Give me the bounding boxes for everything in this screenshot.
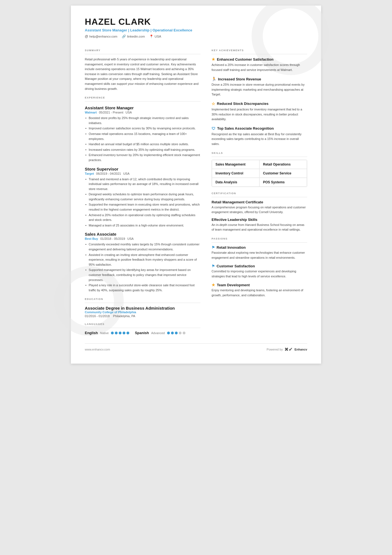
skills-label: SKILLS bbox=[212, 152, 307, 154]
achievement-title-3: ☆ Reduced Stock Discrepancies bbox=[212, 102, 307, 106]
bullet-2-3: Supported the management team in executi… bbox=[85, 202, 200, 212]
full-name: HAZEL CLARK bbox=[85, 17, 307, 27]
passions-label: PASSIONS bbox=[212, 237, 307, 240]
passion-title-3: ★ Team Development bbox=[212, 283, 307, 287]
cert-label: CERTIFICATION bbox=[212, 192, 307, 195]
skill-5: Data Analysis bbox=[212, 178, 259, 187]
language-english: English Native bbox=[85, 331, 129, 335]
company-1: Walmart bbox=[85, 111, 97, 114]
linkedin-icon: 🔗 bbox=[122, 34, 126, 38]
dot-s5 bbox=[183, 332, 185, 334]
bullet-2-2: Designed weekly schedules to optimize te… bbox=[85, 192, 200, 202]
star-outline-icon-3: ☆ bbox=[212, 102, 215, 106]
bullet-3-3: Supported management by identifying key … bbox=[85, 268, 200, 282]
company-2: Target bbox=[85, 172, 94, 175]
cert-title-2: Effective Leadership Skills bbox=[212, 218, 307, 222]
bullet-3-2: Assisted in creating an inviting store a… bbox=[85, 253, 200, 267]
powered-by-text: Powered by bbox=[267, 348, 283, 351]
achievement-text-4: Recognized as the top sales associate at… bbox=[212, 132, 307, 147]
bullet-2-4: Achieved a 20% reduction in operational … bbox=[85, 213, 200, 223]
period-1: 05/2021 - Present bbox=[99, 111, 123, 114]
lang-name-spanish: Spanish bbox=[135, 331, 149, 335]
edu-period: 01/2016 - 01/2018 bbox=[85, 314, 110, 318]
achievement-text-1: Achieved a 20% increase in customer sati… bbox=[212, 63, 307, 72]
achievements-label: KEY ACHIEVEMENTS bbox=[212, 49, 307, 52]
bullets-2: Trained and mentored a team of 12, which… bbox=[85, 177, 200, 228]
achievement-3: ☆ Reduced Stock Discrepancies Implemente… bbox=[212, 102, 307, 122]
dot-s4 bbox=[179, 332, 182, 334]
achievement-title-1: ★ Enhanced Customer Satisfaction bbox=[212, 57, 307, 61]
footer: www.enhancv.com Powered by ✖✔ Enhancv bbox=[85, 343, 307, 352]
lang-level-english: Native bbox=[100, 331, 109, 335]
location-1: USA bbox=[125, 111, 132, 114]
period-2: 06/2019 - 04/2021 bbox=[96, 172, 121, 175]
experience-divider bbox=[85, 101, 200, 102]
bullet-1-4: Handled an annual retail budget of $5 mi… bbox=[85, 142, 200, 147]
bullet-1-3: Oversaw retail operations across 15 loca… bbox=[85, 132, 200, 141]
education-label: EDUCATION bbox=[85, 298, 200, 300]
skill-3: Inventory Control bbox=[212, 169, 259, 178]
job-meta-1: Walmart 05/2021 - Present USA bbox=[85, 111, 200, 114]
languages-row: English Native Spanish Advanced bbox=[85, 331, 200, 335]
linkedin-text: linkedin.com bbox=[127, 35, 145, 38]
cert-text-1: A comprehensive program focusing on reta… bbox=[212, 205, 307, 215]
right-column: KEY ACHIEVEMENTS ★ Enhanced Customer Sat… bbox=[212, 44, 307, 335]
bullet-2-1: Trained and mentored a team of 12, which… bbox=[85, 177, 200, 192]
bullets-1: Boosted store profits by 25% through str… bbox=[85, 116, 200, 162]
summary-divider bbox=[85, 54, 200, 54]
dot-e1 bbox=[111, 332, 114, 334]
bullet-2-5: Managed a team of 25 associates in a hig… bbox=[85, 223, 200, 228]
content-wrapper: SUMMARY Retail professional with 5 years… bbox=[85, 44, 307, 335]
summary-text: Retail professional with 5 years of expe… bbox=[85, 57, 200, 91]
left-column: SUMMARY Retail professional with 5 years… bbox=[85, 44, 200, 335]
email-contact: @ help@enhancv.com bbox=[85, 34, 117, 38]
contact-row: @ help@enhancv.com 🔗 linkedin.com 📍 USA bbox=[85, 34, 307, 38]
cert-title-1: Retail Management Certificate bbox=[212, 200, 307, 204]
dot-s1 bbox=[167, 332, 170, 334]
subtitle: Assistant Store Manager | Leadership | O… bbox=[85, 28, 307, 32]
achievement-2: 🏃 Increased Store Revenue Drove a 25% in… bbox=[212, 77, 307, 97]
cert-divider bbox=[212, 197, 307, 197]
star-icon-passion: ★ bbox=[212, 283, 215, 287]
bullet-3-1: Consistently exceeded monthly sales targ… bbox=[85, 242, 200, 252]
lang-dots-spanish bbox=[167, 332, 185, 334]
location-2: USA bbox=[123, 172, 130, 175]
languages-divider bbox=[85, 328, 200, 328]
lang-dots-english bbox=[111, 332, 129, 334]
bullets-3: Consistently exceeded monthly sales targ… bbox=[85, 242, 200, 293]
summary-label: SUMMARY bbox=[85, 49, 200, 52]
degree-title: Associate Degree in Business Administrat… bbox=[85, 306, 200, 310]
skills-grid: Sales Management Retail Operations Inven… bbox=[212, 160, 307, 187]
achievement-1: ★ Enhanced Customer Satisfaction Achieve… bbox=[212, 57, 307, 72]
achievements-divider bbox=[212, 54, 307, 54]
passion-title-2: ⚑ Customer Satisfaction bbox=[212, 264, 307, 268]
passion-3: ★ Team Development Enjoy mentoring and d… bbox=[212, 283, 307, 298]
bullet-3-4: Played a key role in a successful store-… bbox=[85, 283, 200, 293]
location-text: USA bbox=[155, 35, 161, 38]
edu-location: Philadelphia, PA bbox=[113, 314, 135, 318]
email-text: help@enhancv.com bbox=[89, 35, 117, 38]
bullet-1-1: Boosted store profits by 25% through str… bbox=[85, 116, 200, 125]
cert-text-2: An in-depth course from Harvard Business… bbox=[212, 223, 307, 232]
bullet-1-2: Improved customer satisfaction scores by… bbox=[85, 126, 200, 131]
education-divider bbox=[85, 303, 200, 303]
job-title-2: Store Supervisor bbox=[85, 167, 200, 171]
skill-1: Sales Management bbox=[212, 160, 259, 169]
lang-name-english: English bbox=[85, 331, 98, 335]
dot-e4 bbox=[123, 332, 125, 334]
dot-e3 bbox=[119, 332, 121, 334]
passion-text-2: Committed to improving customer experien… bbox=[212, 269, 307, 279]
dot-s3 bbox=[175, 332, 178, 334]
skill-4: Customer Service bbox=[259, 169, 307, 178]
dot-e5 bbox=[126, 332, 129, 334]
badge-icon-2: 🏃 bbox=[212, 77, 216, 81]
header: HAZEL CLARK Assistant Store Manager | Le… bbox=[85, 17, 307, 38]
enhancv-brand-name: Enhancv bbox=[294, 348, 307, 351]
bullet-1-6: Enhanced inventory turnover by 20% by im… bbox=[85, 153, 200, 162]
location-contact: 📍 USA bbox=[149, 34, 161, 38]
lang-level-spanish: Advanced bbox=[151, 331, 165, 335]
dot-s2 bbox=[171, 332, 174, 334]
flag-icon-1: ⚑ bbox=[212, 245, 215, 250]
skills-divider bbox=[212, 157, 307, 157]
job-meta-2: Target 06/2019 - 04/2021 USA bbox=[85, 172, 200, 175]
